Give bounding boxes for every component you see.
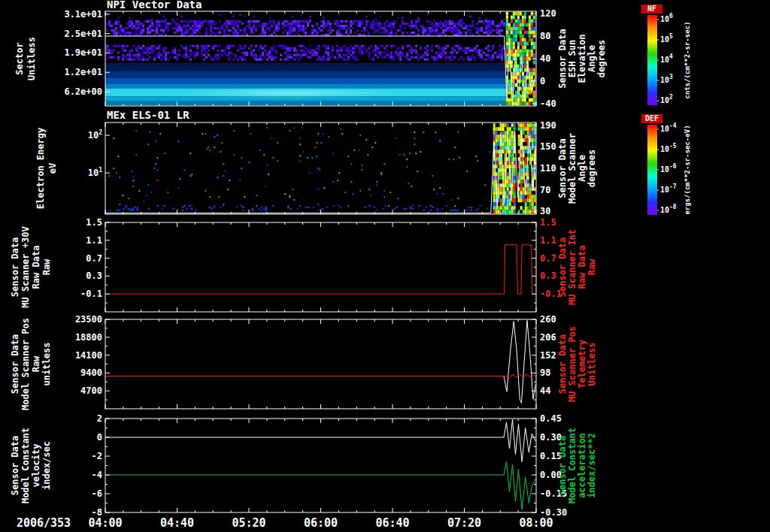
left-tick-label: 0.7 xyxy=(86,253,102,264)
left-tick-label: 1.2e+01 xyxy=(64,67,102,77)
right-tick-label: 1.1 xyxy=(540,235,556,246)
right-axis-label-line: degrees xyxy=(596,40,607,78)
left-axis-label-line: Raw Data xyxy=(31,246,41,289)
x-tick-label: 04:40 xyxy=(160,516,194,530)
left-axis-label-line: Raw xyxy=(41,258,52,275)
right-axis-label-line: MU Scanner Pos xyxy=(567,326,578,402)
x-tick-label: 08:00 xyxy=(519,516,553,530)
left-tick-label: 6.2e+00 xyxy=(64,86,102,97)
left-tick-label: 4700 xyxy=(80,385,102,396)
right-axis-label-line: Unitless xyxy=(587,343,597,386)
right-axis-label-line: acceleration xyxy=(577,433,587,498)
left-tick-label: 1.9e+01 xyxy=(64,47,102,58)
x-tick-label: 07:20 xyxy=(447,516,481,530)
left-axis-label-line: Unitless xyxy=(26,37,37,80)
left-axis-label-line: Electron Energy xyxy=(35,128,46,209)
screen: 3.1e+012.5e+011.9e+011.2e+016.2e+0012080… xyxy=(0,0,770,532)
right-axis-label-line: Sensor Data xyxy=(557,138,568,198)
right-tick-label: 190 xyxy=(540,120,556,131)
right-axis-label-line: Sensor Data xyxy=(557,436,568,495)
left-tick-label: 23500 xyxy=(75,314,102,325)
right-tick-label: 0.3 xyxy=(540,271,556,281)
x-tick-label: 06:00 xyxy=(304,516,338,530)
left-tick-label: -4 xyxy=(92,470,102,480)
left-tick-label: 3.1e+01 xyxy=(64,9,102,20)
right-axis-label-line: MU Scanner Int xyxy=(567,229,578,305)
left-axis-label-line: Model Scanner Pos xyxy=(20,318,31,410)
date-label: 2006/353 xyxy=(17,516,71,530)
right-tick-label: 40 xyxy=(540,53,550,64)
def-colorbar-unit: ergs/(cm**2-sr-sec-eV) xyxy=(684,125,691,214)
left-tick-label: 2.5e+01 xyxy=(64,29,102,39)
left-axis-label-line: Sensor Data xyxy=(10,237,20,297)
right-axis-label-line: Sensor Data xyxy=(557,237,568,297)
right-axis-label-line: index/sec**2 xyxy=(587,433,597,498)
left-tick-label: 0.3 xyxy=(86,271,102,281)
nf-colorbar-unit: cnts/(cm**2-sr-sec) xyxy=(684,22,691,99)
left-tick-label: 18800 xyxy=(75,332,102,343)
plot-figure: 3.1e+012.5e+011.9e+011.2e+016.2e+0012080… xyxy=(0,0,770,532)
right-tick-label: 1.5 xyxy=(540,217,556,228)
left-axis-label-line: index/sec xyxy=(41,441,52,490)
right-axis-label-line: Raw xyxy=(587,258,597,275)
right-tick-label: 0 xyxy=(540,76,545,86)
right-tick-label: 44 xyxy=(540,385,550,396)
def-colorbar-title: DEF xyxy=(645,114,659,122)
right-tick-label: 98 xyxy=(540,367,550,378)
x-tick-label: 04:00 xyxy=(88,516,122,530)
left-axis-label-line: Sector xyxy=(14,42,25,74)
right-tick-label: 120 xyxy=(540,8,556,19)
right-axis-label-line: ESH Sun xyxy=(567,40,578,78)
right-axis-label-line: Sensor Data xyxy=(557,334,568,394)
spectro-region-glow xyxy=(174,87,407,99)
right-tick-label: 80 xyxy=(540,31,550,41)
right-axis-label-line: Model Scanner xyxy=(567,133,578,204)
x-tick-label: 05:20 xyxy=(232,516,265,530)
left-axis-label-line: unitless xyxy=(41,343,52,386)
panel-title-npi: NPI Vector Data xyxy=(107,0,202,11)
right-tick-label: 0.7 xyxy=(540,253,556,264)
right-tick-label: 152 xyxy=(540,350,556,361)
right-axis-label-line: degrees xyxy=(587,150,597,188)
left-tick-label: 14100 xyxy=(75,350,102,361)
right-axis-label-line: Angle xyxy=(577,155,587,182)
right-axis-label-line: Elevation xyxy=(577,34,587,83)
left-axis-label-line: Raw xyxy=(31,355,41,372)
right-tick-label: 30 xyxy=(540,206,550,216)
left-axis-label-line: eV xyxy=(47,163,58,174)
left-tick-label: 0 xyxy=(97,432,102,443)
right-axis-label-line: Sensor Data xyxy=(557,29,568,88)
left-axis-label-line: velocity xyxy=(31,444,41,488)
right-axis-label-line: Angle xyxy=(587,45,597,72)
right-tick-label: -40 xyxy=(540,98,556,109)
left-axis-label-line: Sensor Data xyxy=(10,334,20,394)
left-tick-label: 2 xyxy=(97,413,102,424)
right-tick-label: 260 xyxy=(540,314,556,325)
left-tick-label: -2 xyxy=(92,451,102,461)
right-tick-label: 0.45 xyxy=(540,413,562,424)
right-axis-label-line: Raw Data xyxy=(577,246,587,289)
left-tick-label: -6 xyxy=(92,488,102,499)
left-axis-label-line: Model Constant xyxy=(20,428,31,503)
left-tick-label: 9400 xyxy=(80,367,102,378)
right-tick-label: 70 xyxy=(540,185,550,195)
nf-colorbar-title: NF xyxy=(647,5,656,13)
left-axis-label-line: MU Scanner +30V xyxy=(20,226,31,307)
right-tick-label: 206 xyxy=(540,332,556,343)
x-tick-label: 06:40 xyxy=(375,516,409,530)
right-axis-label-line: Model Constant xyxy=(567,428,578,503)
right-axis-label-line: Telemetry xyxy=(577,340,587,388)
left-tick-label: -0.1 xyxy=(80,289,102,299)
left-axis-label-line: Sensor Data xyxy=(10,436,20,495)
right-tick-label: 150 xyxy=(540,141,556,152)
right-tick-label: 110 xyxy=(540,163,556,174)
left-tick-label: 1.1 xyxy=(86,235,102,246)
panel-title-els: MEx ELS-01 LR xyxy=(107,109,189,121)
left-tick-label: 1.5 xyxy=(86,217,102,228)
